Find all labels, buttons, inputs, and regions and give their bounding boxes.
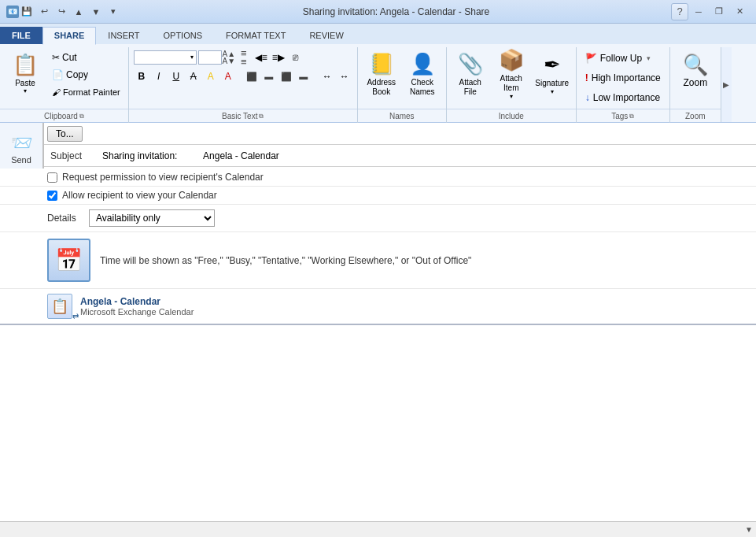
tab-review[interactable]: REVIEW	[297, 27, 355, 44]
qat-dropdown[interactable]: ▾	[105, 4, 121, 20]
clipboard-expand-icon[interactable]: ⧉	[79, 113, 84, 120]
calendar-sync-arrows: ⇄	[72, 312, 79, 320]
zoom-group-footer: Zoom	[670, 109, 721, 123]
rtl-button[interactable]: ↔	[337, 69, 352, 84]
bold-button[interactable]: B	[134, 69, 149, 84]
align-left-button[interactable]: ⬛	[244, 69, 260, 84]
font-family-dropdown[interactable]: ▾	[134, 50, 197, 65]
to-input[interactable]	[86, 125, 756, 143]
attach-file-button[interactable]: 📎 Attach File	[452, 49, 489, 98]
close-button[interactable]: ✕	[729, 4, 750, 20]
cut-button[interactable]: ✂ Cut	[49, 50, 124, 65]
follow-up-label: Follow Up	[600, 53, 642, 64]
align-right-button[interactable]: ⬛	[278, 69, 294, 84]
signature-button[interactable]: ✒ Signature ▾	[533, 49, 571, 98]
highlight-button[interactable]: A	[203, 69, 219, 84]
window-title: Sharing invitation: Angela - Calendar - …	[121, 6, 671, 17]
calendar-table-icon: 📋	[51, 298, 68, 315]
decrease-indent-button[interactable]: ◀≡	[253, 50, 269, 65]
tab-insert[interactable]: INSERT	[96, 27, 151, 44]
ltr-button[interactable]: ↔	[319, 69, 335, 84]
restore-button[interactable]: ❐	[709, 4, 729, 20]
request-permission-checkbox[interactable]	[47, 172, 57, 183]
tags-group-footer[interactable]: Tags ⧉	[577, 109, 669, 123]
align-justify-button[interactable]: ▬	[296, 69, 312, 84]
calendar-icon-box: 📅	[47, 239, 90, 282]
underline-button[interactable]: U	[168, 69, 184, 84]
address-book-label: Address Book	[365, 78, 398, 97]
ribbon-scroll-right[interactable]: ▶	[721, 47, 732, 122]
attach-item-button[interactable]: 📦 Attach Item ▾	[492, 49, 530, 98]
help-button[interactable]: ?	[671, 3, 688, 20]
format-painter-icon: 🖌	[52, 87, 61, 97]
address-book-button[interactable]: 📒 Address Book	[363, 49, 400, 98]
qat-undo[interactable]: ↩	[36, 4, 52, 20]
numbered-list-button[interactable]: ≡	[236, 57, 252, 65]
subject-row: Subject	[44, 145, 756, 167]
ribbon-tabs: FILE SHARE INSERT OPTIONS FORMAT TEXT RE…	[0, 24, 756, 44]
tags-expand-icon[interactable]: ⧉	[629, 113, 634, 120]
paste-icon: 📋	[13, 53, 38, 77]
clear-format-button[interactable]: ⎚	[288, 50, 304, 65]
attach-item-icon: 📦	[499, 48, 524, 72]
char-format-row: B I U A A A ⬛ ▬ ⬛ ▬ ↔ ↔	[134, 69, 352, 84]
increase-indent-button[interactable]: ≡▶	[271, 50, 286, 65]
form-with-send: 📨 Send To... Subject	[0, 123, 756, 169]
font-size-down[interactable]: A▼	[223, 57, 234, 64]
tab-file[interactable]: FILE	[0, 27, 42, 44]
title-bar: 📧 💾 ↩ ↪ ▲ ▼ ▾ Sharing invitation: Angela…	[0, 0, 756, 24]
low-importance-button[interactable]: ↓ Low Importance	[581, 90, 664, 106]
paste-dropdown-icon: ▾	[24, 87, 27, 94]
basic-text-expand-icon[interactable]: ⧉	[259, 113, 264, 120]
to-button[interactable]: To...	[47, 126, 83, 142]
app-icon: 📧	[6, 6, 19, 18]
scroll-down-button[interactable]: ▼	[745, 525, 753, 534]
calendar-icon: 📅	[55, 247, 83, 273]
align-center-button[interactable]: ▬	[261, 69, 277, 84]
qat-down[interactable]: ▼	[88, 4, 104, 20]
checkbox-row-1: Request permission to view recipient's C…	[0, 169, 756, 187]
clipboard-group-footer[interactable]: Clipboard ⧉	[0, 109, 128, 123]
subject-input[interactable]	[99, 147, 756, 165]
calendar-attach-name: Angela - Calendar	[80, 296, 194, 307]
allow-view-checkbox[interactable]	[47, 191, 57, 201]
qat-up[interactable]: ▲	[71, 4, 87, 20]
minimize-button[interactable]: ─	[688, 4, 709, 20]
signature-dropdown: ▾	[551, 88, 554, 95]
form-fields: To... Subject	[43, 123, 756, 169]
details-row: Details Availability only Limited detail…	[0, 205, 756, 232]
format-painter-button[interactable]: 🖌 Format Painter	[49, 84, 124, 100]
tab-options[interactable]: OPTIONS	[152, 27, 215, 44]
high-importance-button[interactable]: ! High Importance	[581, 70, 665, 86]
clipboard-small-buttons: ✂ Cut 📄 Copy 🖌 Format Painter	[49, 49, 124, 101]
tab-share[interactable]: SHARE	[42, 27, 97, 45]
paste-button[interactable]: 📋 Paste ▾	[5, 49, 46, 98]
message-body-input[interactable]	[0, 325, 756, 521]
qat-redo[interactable]: ↪	[53, 4, 69, 20]
strikethrough-button[interactable]: A	[186, 69, 201, 84]
italic-button[interactable]: I	[151, 69, 167, 84]
font-color-button[interactable]: A	[220, 69, 236, 84]
send-button[interactable]: 📨 Send	[7, 129, 36, 169]
qat-save[interactable]: 💾	[19, 4, 35, 20]
font-size-input[interactable]	[198, 50, 222, 65]
basic-text-group-footer[interactable]: Basic Text ⧉	[129, 109, 357, 123]
paste-label: Paste	[15, 79, 35, 87]
message-body[interactable]	[0, 324, 756, 521]
ribbon-container: FILE SHARE INSERT OPTIONS FORMAT TEXT RE…	[0, 24, 756, 123]
zoom-button[interactable]: 🔍 Zoom	[675, 49, 716, 98]
calendar-attachment: 📋 ⇄ Angela - Calendar Microsoft Exchange…	[0, 288, 756, 324]
follow-up-button[interactable]: 🚩 Follow Up ▾	[581, 50, 655, 66]
copy-button[interactable]: 📄 Copy	[49, 67, 124, 83]
zoom-group: 🔍 Zoom Zoom	[670, 47, 721, 123]
check-names-button[interactable]: 👤 Check Names	[404, 49, 441, 98]
details-select[interactable]: Availability only Limited details Full d…	[89, 209, 215, 227]
signature-label: Signature	[535, 79, 569, 88]
low-importance-label: Low Importance	[593, 92, 660, 103]
names-group-footer: Names	[358, 109, 446, 123]
high-importance-label: High Importance	[592, 72, 661, 83]
content-area: 📨 Send To... Subject Reque	[0, 123, 756, 537]
to-row: To...	[44, 123, 756, 145]
ribbon-content: 📋 Paste ▾ ✂ Cut 📄 Copy	[0, 44, 756, 123]
tab-format-text[interactable]: FORMAT TEXT	[214, 27, 297, 44]
